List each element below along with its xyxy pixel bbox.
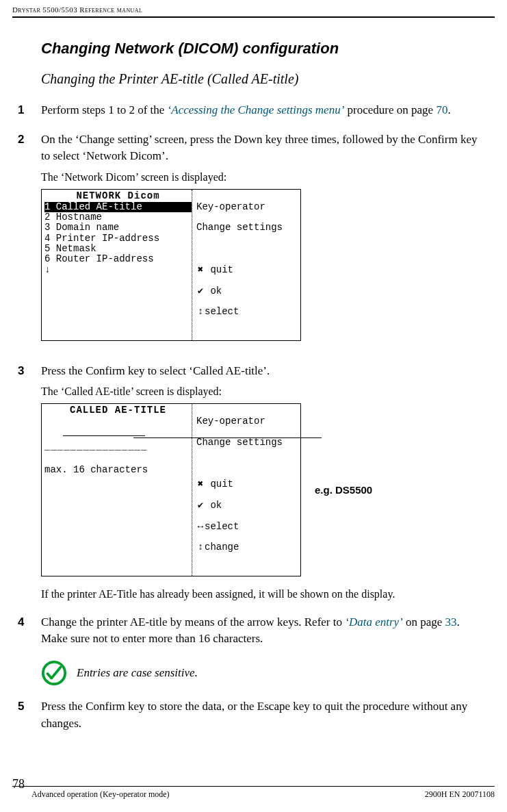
step-number: 2 [18,131,41,351]
step-4-text-mid: on page [403,616,445,629]
max-chars-label: max. 16 characters [44,462,192,475]
menu-item-domain-name[interactable]: 3 Domain name [44,223,192,233]
step-2-caption: The ‘Network Dicom’ screen is displayed: [41,169,480,185]
check-icon: ✔ [196,286,205,296]
callout-line [133,437,322,438]
hint-quit: quit [210,479,233,490]
leftright-icon: ↔ [196,522,205,532]
footer-rule [12,786,495,787]
section-subtitle: Changing the Printer AE-title (Called AE… [41,71,480,87]
hint-quit: quit [210,264,233,275]
right-header-1: Key-operator [196,202,299,212]
step-3-caption: The ‘Called AE-title’ screen is displaye… [41,383,480,399]
step-4-text-pre: Change the printer AE-title by means of … [41,616,345,629]
step-number: 5 [18,698,41,732]
link-accessing-change-settings[interactable]: ‘Accessing the Change settings menu’ [168,103,345,116]
step-number: 1 [18,102,41,119]
updown-icon: ↕ [196,542,205,553]
menu-item-hostname[interactable]: 2 Hostname [44,212,192,223]
step-2: 2 On the ‘Change setting’ screen, press … [41,131,480,351]
header-rule [12,16,495,18]
step-3-note: If the printer AE-Title has already been… [41,586,480,602]
screenshot-title: NETWORK Dicom [44,191,192,201]
hint-change: change [205,542,239,553]
right-header-2: Change settings [196,223,299,233]
link-data-entry[interactable]: ‘Data entry’ [345,616,403,629]
running-head: Drystar 5500/5503 Reference manual [12,5,142,14]
page-ref-70[interactable]: 70 [436,103,447,116]
menu-item-printer-ip[interactable]: 4 Printer IP-address [44,233,192,244]
tip-check-icon [41,660,67,686]
scroll-down-indicator: ↓ [44,265,192,275]
step-5-text: Press the Confirm key to store the data,… [41,698,480,732]
step-number: 4 [18,614,41,648]
step-1: 1 Perform steps 1 to 2 of the ‘Accessing… [41,102,480,119]
hint-select: select [205,521,239,532]
section-title: Changing Network (DICOM) configuration [41,40,480,58]
step-1-text-pre: Perform steps 1 to 2 of the [41,103,168,116]
step-2-text: On the ‘Change setting’ screen, press th… [41,131,480,165]
x-icon: ✖ [196,265,205,275]
step-4: 4 Change the printer AE-title by means o… [41,614,480,648]
x-icon: ✖ [196,479,205,490]
updown-icon: ↕ [196,307,205,317]
screenshot-network-dicom: NETWORK Dicom 1 Called AE-title 2 Hostna… [41,189,301,340]
check-icon: ✔ [196,500,205,511]
step-3-text: Press the Confirm key to select ‘Called … [41,363,480,380]
hint-select: select [205,306,239,317]
menu-item-netmask[interactable]: 5 Netmask [44,244,192,254]
ae-title-input[interactable]: ________________ [44,441,147,452]
page-ref-33[interactable]: 33 [445,616,457,629]
footer-left: Advanced operation (Key-operator mode) [31,789,170,800]
step-5: 5 Press the Confirm key to store the dat… [41,698,480,732]
menu-item-router-ip[interactable]: 6 Router IP-address [44,254,192,264]
tip-row: Entries are case sensitive. [41,660,480,686]
footer-right: 2900H EN 20071108 [425,789,495,800]
example-label: e.g. DS5500 [315,483,372,498]
step-1-text-post: . [447,103,450,116]
hint-ok: ok [210,500,222,511]
right-header-1: Key-operator [196,416,299,427]
screenshot-title: CALLED AE-TITLE [44,405,192,416]
right-header-2: Change settings [196,437,299,448]
screenshot-called-ae-title: CALLED AE-TITLE ________________ max. 16… [41,403,301,576]
menu-item-called-ae-title[interactable]: 1 Called AE-title [44,202,192,212]
hint-ok: ok [210,286,222,296]
step-1-text-mid: procedure on page [344,103,436,116]
tip-text: Entries are case sensitive. [77,666,198,680]
step-3: 3 Press the Confirm key to select ‘Calle… [41,363,480,602]
step-number: 3 [18,363,41,602]
ae-title-input-underline [63,435,145,436]
